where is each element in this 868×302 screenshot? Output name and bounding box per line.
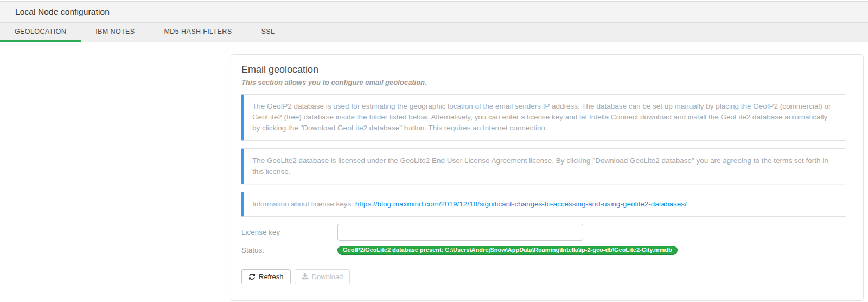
tab-md5-hash-filters[interactable]: MD5 HASH FILTERS (150, 23, 247, 42)
license-keys-link-box: Information about license keys: https://… (241, 192, 846, 217)
license-key-input[interactable] (337, 224, 583, 241)
page-title: Local Node configuration (15, 7, 110, 17)
geolite-license-info-box: The GeoLite2 database is licensed under … (241, 148, 846, 184)
refresh-button-label: Refresh (259, 273, 284, 281)
license-key-row: License key (241, 224, 846, 241)
tab-geolocation[interactable]: GEOLOCATION (0, 23, 81, 42)
tab-ibm-notes-label: IBM NOTES (95, 28, 135, 35)
geolite-license-info-text: The GeoLite2 database is licensed under … (252, 156, 828, 175)
tab-geolocation-label: GEOLOCATION (15, 28, 66, 35)
status-badge: GeoIP2/GeoLite2 database present: C:\Use… (337, 246, 678, 255)
action-button-row: Refresh Download (241, 269, 846, 284)
geoip-database-info-text: The GeoIP2 database is used for estimati… (252, 102, 831, 132)
content-area: Email geolocation This section allows yo… (0, 54, 868, 302)
email-geolocation-card: Email geolocation This section allows yo… (231, 54, 864, 301)
download-button[interactable]: Download (295, 269, 350, 284)
license-key-label: License key (241, 228, 337, 236)
download-button-label: Download (312, 273, 343, 281)
tab-ssl[interactable]: SSL (246, 23, 289, 42)
status-row: Status: GeoIP2/GeoLite2 database present… (241, 246, 846, 255)
status-label: Status: (241, 246, 337, 254)
tab-md5-hash-filters-label: MD5 HASH FILTERS (164, 28, 232, 35)
geoip-database-info-box: The GeoIP2 database is used for estimati… (241, 94, 846, 141)
license-keys-link-prefix: Information about license keys: (252, 200, 355, 208)
card-subtitle: This section allows you to configure ema… (241, 78, 846, 86)
download-icon (302, 273, 309, 280)
tab-ibm-notes[interactable]: IBM NOTES (81, 23, 149, 42)
refresh-button[interactable]: Refresh (241, 269, 291, 284)
maxmind-blog-link[interactable]: https://blog.maxmind.com/2019/12/18/sign… (355, 200, 687, 208)
tab-bar: GEOLOCATION IBM NOTES MD5 HASH FILTERS S… (0, 23, 868, 42)
window-title-bar: Local Node configuration (0, 1, 868, 23)
card-title: Email geolocation (241, 64, 846, 76)
tab-ssl-label: SSL (261, 28, 275, 35)
refresh-icon (248, 273, 256, 280)
